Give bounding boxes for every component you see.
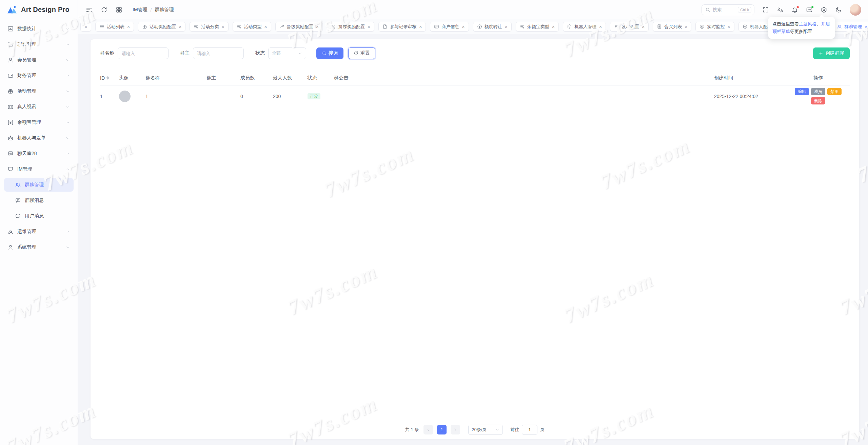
tooltip-theme-link[interactable]: 主题风格 [799, 21, 816, 26]
tab-close-icon[interactable]: × [642, 24, 645, 29]
global-search-input[interactable]: 搜索 Ctrl k [702, 4, 754, 15]
tab-close-icon[interactable]: × [552, 24, 555, 29]
sidebar-item-label: IM管理 [17, 166, 32, 172]
tab-activity-list[interactable]: 活动列表× [95, 22, 134, 32]
sidebar-item-group-chat-mgmt[interactable]: 群聊管理 [4, 178, 74, 192]
tab-close-icon[interactable]: × [865, 24, 867, 29]
user-avatar[interactable] [850, 4, 861, 16]
breadcrumb: IM管理 / 群聊管理 [133, 7, 174, 13]
tab-activity-type[interactable]: 活动类型× [233, 22, 271, 32]
page-size-select[interactable]: 20条/页 [468, 425, 503, 435]
create-group-button[interactable]: 创建群聊 [813, 47, 850, 59]
sidebar-item-data-stats[interactable]: 数据统计 [4, 22, 74, 36]
tab-close-icon[interactable]: × [368, 24, 370, 29]
group-owner-input[interactable] [193, 47, 244, 59]
tab-group-chat-mgmt-active[interactable]: 群聊管理× [833, 22, 868, 32]
tab-close-icon[interactable]: × [127, 24, 130, 29]
tab-close-icon[interactable]: × [179, 24, 181, 29]
tab-close-icon[interactable]: × [727, 24, 730, 29]
status-select-value: 全部 [272, 50, 281, 56]
sidebar-item-live-video[interactable]: 真人视讯 [4, 100, 74, 114]
group-name-label: 群名称 [100, 50, 114, 56]
chevron-down-icon [65, 73, 70, 78]
col-members: 成员数 [240, 75, 273, 81]
search-button[interactable]: 搜索 [316, 47, 343, 59]
sidebar-item-yuebao[interactable]: 余额宝管理 [4, 116, 74, 129]
col-status: 状态 [308, 75, 334, 81]
next-page-button[interactable] [451, 425, 460, 434]
chevron-down-icon [65, 26, 70, 31]
tab-close-icon[interactable]: × [419, 24, 422, 29]
breadcrumb-separator: / [151, 7, 152, 13]
sidebar-item-label: 群聊消息 [25, 197, 44, 204]
status-select[interactable]: 全部 [268, 47, 306, 59]
tab-group-buy-list[interactable]: 合买列表× [653, 22, 691, 32]
tab-activity-category[interactable]: 活动分类× [190, 22, 228, 32]
sidebar-item-label: 运维管理 [17, 229, 36, 235]
search-icon [322, 51, 327, 56]
chevron-up-icon [65, 167, 70, 172]
sidebar-item-members[interactable]: 会员管理 [4, 53, 74, 67]
sidebar-item-im[interactable]: IM管理 [4, 162, 74, 176]
tab-close-icon[interactable]: × [505, 24, 508, 29]
fullscreen-icon[interactable] [762, 6, 769, 13]
col-announcement: 群公告 [334, 75, 714, 81]
reset-button[interactable]: 重置 [348, 47, 375, 59]
table-header-row: ID 头像 群名称 群主 成员数 最大人数 状态 群公告 创建时间 操作 [100, 71, 850, 85]
delete-button[interactable]: 删除 [811, 97, 825, 104]
sidebar-item-label: 数据统计 [17, 26, 36, 32]
sidebar-item-user-msg[interactable]: 用户消息 [4, 209, 74, 223]
goto-page-input[interactable] [522, 425, 537, 435]
grid-apps-icon[interactable] [116, 6, 122, 13]
members-button[interactable]: 成员 [811, 88, 825, 95]
notifications-bell-icon[interactable] [791, 6, 798, 13]
dark-mode-moon-icon[interactable] [835, 6, 842, 13]
breadcrumb-current: 群聊管理 [155, 7, 174, 13]
chevron-down-icon [65, 104, 70, 109]
tab-close-icon[interactable]: × [264, 24, 267, 29]
breadcrumb-parent[interactable]: IM管理 [133, 7, 147, 13]
tab-close-icon[interactable]: × [84, 24, 87, 29]
refresh-icon[interactable] [101, 6, 107, 13]
group-name-input[interactable] [118, 47, 169, 59]
tab-close-icon[interactable]: × [685, 24, 687, 29]
cell-id: 1 [100, 94, 119, 99]
sidebar-item-ops[interactable]: 运维管理 [4, 225, 74, 238]
sidebar-item-activities[interactable]: 活动管理 [4, 84, 74, 98]
tab-close-icon[interactable]: × [462, 24, 465, 29]
sidebar-item-robot[interactable]: 机器人与发单 [4, 131, 74, 145]
tab-live-monitor[interactable]: 实时监控× [695, 22, 734, 32]
tab-close-icon[interactable]: × [221, 24, 224, 29]
sidebar-item-system[interactable]: 系统管理 [4, 240, 74, 254]
tab-yuebao-type[interactable]: 余额宝类型× [516, 22, 559, 32]
sidebar-item-finance[interactable]: 财务管理 [4, 69, 74, 82]
sidebar-item-lottery[interactable]: 彩票管理 [4, 38, 74, 51]
col-owner: 群主 [206, 75, 240, 81]
settings-gear-icon[interactable] [821, 6, 827, 13]
edit-button[interactable]: 编辑 [795, 88, 809, 95]
tab-promotion-reward-config[interactable]: 晋级奖励配置× [275, 22, 323, 32]
tab-activity-reward-config[interactable]: 活动奖励配置× [138, 22, 185, 32]
tab-participation-audit[interactable]: 参与记录审核× [378, 22, 426, 32]
sidebar-item-label: 聊天室28 [17, 151, 37, 157]
page-number-active[interactable]: 1 [437, 425, 447, 434]
sidebar-item-chatroom28[interactable]: 聊天室28 [4, 147, 74, 160]
tab-close-icon[interactable]: × [316, 24, 319, 29]
tab-robot-mgmt-1[interactable]: 机器人管理× [563, 22, 606, 32]
tab-close-icon[interactable]: × [599, 24, 602, 29]
col-created: 创建时间 [714, 75, 789, 81]
sort-carets-icon[interactable] [106, 75, 110, 81]
messages-icon[interactable] [806, 6, 813, 13]
tab-quota-transfer[interactable]: 额度转让× [473, 22, 512, 32]
collapse-menu-icon[interactable] [86, 6, 93, 13]
cell-max: 200 [273, 94, 308, 99]
tab-merchant-info[interactable]: 商户信息× [430, 22, 469, 32]
prev-page-button[interactable] [423, 425, 433, 434]
tab-partial[interactable]: × [80, 22, 91, 32]
tab-ladder-reward-config[interactable]: 阶梯奖励配置× [327, 22, 374, 32]
tab-order-settings[interactable]: 发单设置× [610, 22, 649, 32]
disable-button[interactable]: 禁用 [827, 88, 842, 95]
chevron-down-icon [65, 136, 70, 140]
translate-icon[interactable] [777, 6, 784, 13]
sidebar-item-group-chat-msg[interactable]: 群聊消息 [4, 194, 74, 207]
